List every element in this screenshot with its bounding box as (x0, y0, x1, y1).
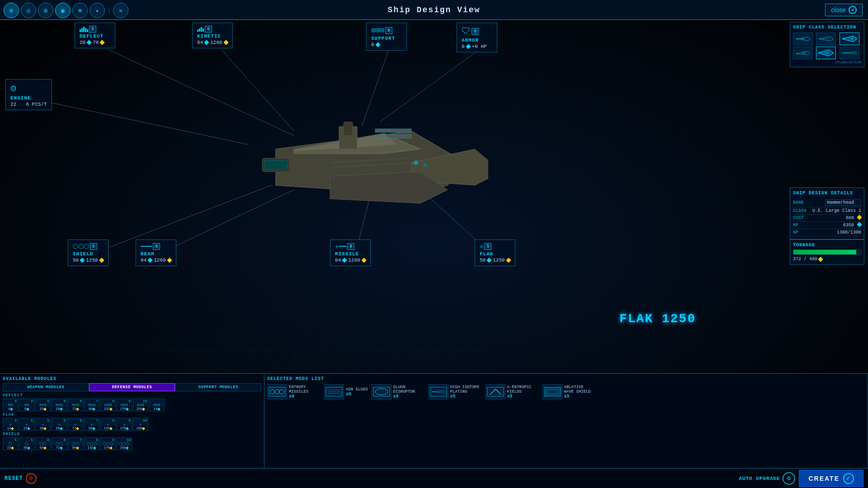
armor-icon-row: 🛡 0 (462, 26, 492, 37)
nav-icon-close[interactable]: ✕ (113, 3, 128, 18)
auto-upgrade-gear-icon: ⚙ (783, 472, 795, 485)
tonnage-value: 372 / 400 (793, 257, 861, 262)
ship-thumb-1[interactable] (793, 33, 813, 45)
module-shield-8[interactable]: ⬡⬡⬡10250 (117, 437, 132, 450)
detail-row-mp: MP 6350 (793, 222, 861, 229)
module-deflect-8[interactable]: ≋≋≋9176 (117, 399, 132, 411)
tonnage-title: TONNAGE (793, 243, 861, 248)
nav-icon-3[interactable]: ⚙ (38, 3, 53, 18)
module-deflect-3[interactable]: ≋≋≋523 (35, 399, 51, 411)
module-flak-4[interactable]: ✛650 (52, 418, 67, 431)
module-shield-1[interactable]: ⬡523 (3, 437, 18, 450)
mod-icon-1[interactable] (267, 384, 287, 399)
module-flak-3[interactable]: ✛536 (35, 418, 51, 431)
create-checkmark-icon: ✓ (843, 473, 854, 484)
module-flak-8[interactable]: ✛9176 (117, 418, 132, 431)
module-flak-1[interactable]: ✛414 (3, 418, 18, 431)
module-shield-3[interactable]: ⬡⬡650 (35, 437, 51, 450)
ship-thumb-5[interactable] (816, 47, 836, 59)
nav-icon-4[interactable]: ◉ (55, 3, 71, 18)
tab-support-modules[interactable]: SUPPORT MODULES (175, 383, 261, 391)
mod-label-2: AGN SLUGS (346, 387, 368, 392)
flak-icon-row: ✛ 5 (480, 243, 510, 250)
create-button[interactable]: CREATE ✓ (799, 470, 863, 487)
module-flak-7[interactable]: ✛8132 (100, 418, 116, 431)
svg-line-1 (222, 50, 294, 131)
shield-count: 5 (90, 243, 97, 250)
shield-icon: ⬡⬡⬡ (73, 243, 89, 250)
kinetic-icon-row: 6 (197, 26, 228, 33)
module-deflect-1[interactable]: ≋≋44 (3, 399, 18, 411)
shield-panel: ⬡⬡⬡ 5 SHIELD 50 1250 (68, 239, 108, 266)
svg-line-6 (156, 190, 294, 255)
ship-thumb-4[interactable] (793, 47, 813, 59)
nav-icon-5[interactable]: ⊕ (72, 3, 88, 18)
mod-icon-3[interactable] (372, 384, 392, 399)
kinetic-wave-icon (197, 27, 204, 32)
module-flak-5[interactable]: ✛672 (68, 418, 83, 431)
detail-row-cost: COST 666 (793, 215, 861, 222)
nav-icon-1[interactable]: ☢ (4, 3, 19, 18)
svg-rect-30 (264, 160, 287, 169)
right-bottom-controls: AUTO UPGRADE ⚙ CREATE ✓ (739, 470, 863, 487)
missile-icon-row: ✈━━ 6 (335, 243, 366, 250)
svg-line-2 (362, 50, 389, 127)
module-deflect-5[interactable]: ≋≋≋672 (68, 399, 83, 411)
module-deflect-7[interactable]: ≋≋≋8132 (100, 399, 116, 411)
nav-icon-2[interactable]: ◎ (21, 3, 36, 18)
module-deflect-6[interactable]: ≋≋≋790 (84, 399, 99, 411)
detail-row-name: NAME (793, 198, 861, 207)
tab-weapon-modules[interactable]: WEAPON MODULES (3, 383, 89, 391)
ship-thumb-2[interactable] (816, 33, 836, 45)
agn-slugs-icon (325, 385, 343, 398)
cost-value: 666 (846, 216, 861, 221)
module-shield-2[interactable]: ⬡536 (19, 437, 34, 450)
reset-button[interactable]: RESET ⊘ (5, 473, 37, 484)
svg-rect-32 (375, 135, 411, 138)
module-deflect-4[interactable]: ≋≋≋650 (52, 399, 67, 411)
auto-upgrade-button[interactable]: AUTO UPGRADE ⚙ (739, 472, 795, 485)
module-shield-5[interactable]: ⬡⬡790 (68, 437, 83, 450)
module-deflect-10[interactable]: ≋≋≋14 (149, 399, 165, 411)
flak-diamond2 (506, 258, 511, 263)
kinetic-value: 84 1260 (197, 40, 228, 45)
flak-icon: ✛ (480, 243, 483, 250)
shield-icons-row: ⬡523 ⬡536 ⬡⬡650 ⬡⬡672 ⬡⬡790 ⬡⬡⬡8132 ⬡⬡⬡9… (3, 437, 261, 450)
module-shield-6[interactable]: ⬡⬡⬡8132 (84, 437, 99, 450)
module-flak-6[interactable]: ✛790 (84, 418, 99, 431)
name-label: NAME (793, 200, 804, 205)
mod-icon-2[interactable] (324, 384, 344, 399)
deflect-icon-row: 5 (80, 26, 110, 33)
nav-icon-6[interactable]: ✦ (90, 3, 105, 18)
kinetic-diamond2 (223, 40, 228, 45)
shield-icon-row: ⬡⬡⬡ 5 (73, 243, 104, 250)
engine-sep (18, 102, 24, 107)
shield-value: 50 1250 (73, 258, 104, 263)
deflect-diamond2 (100, 40, 105, 45)
module-shield-7[interactable]: ⬡⬡⬡9176 (100, 437, 116, 450)
svg-rect-37 (339, 127, 357, 149)
shield-diamond1 (80, 258, 85, 263)
hp-label: HP (793, 230, 798, 235)
flak-big-label: FLAK 1250 (619, 312, 696, 326)
ship-thumb-3[interactable] (840, 33, 859, 45)
missile-value: 84 1260 (335, 258, 366, 263)
mod-icon-6[interactable] (542, 384, 562, 399)
module-flak-9[interactable]: ✛10250 (133, 418, 148, 431)
module-flak-2[interactable]: ✛523 (19, 418, 34, 431)
tab-defense-modules[interactable]: DEFENSE MODULES (89, 383, 175, 391)
support-panel: ⊞⊞⊞ 0 SUPPORT 0 (366, 23, 407, 51)
ship-thumb-6[interactable] (840, 47, 859, 59)
module-shield-4[interactable]: ⬡⬡672 (52, 437, 67, 450)
module-deflect-9[interactable]: ≋≋≋10250 (133, 399, 148, 411)
name-input[interactable] (825, 199, 861, 206)
close-button[interactable]: close ✕ (825, 4, 863, 16)
design-details-title: SHIP DESIGN DETAILS (793, 191, 861, 196)
mod-icon-5[interactable] (486, 384, 505, 399)
deflect-panel: 5 DEFLECT 20 70 (75, 23, 115, 48)
mod-icon-4[interactable] (429, 384, 448, 399)
shield-label: SHIELD (73, 251, 104, 257)
flak-panel: ✛ 5 FLAK 50 1250 (475, 239, 515, 266)
engine-val2: 6 PCS/T (26, 102, 47, 107)
module-deflect-2[interactable]: ≋≋85 (19, 399, 34, 411)
